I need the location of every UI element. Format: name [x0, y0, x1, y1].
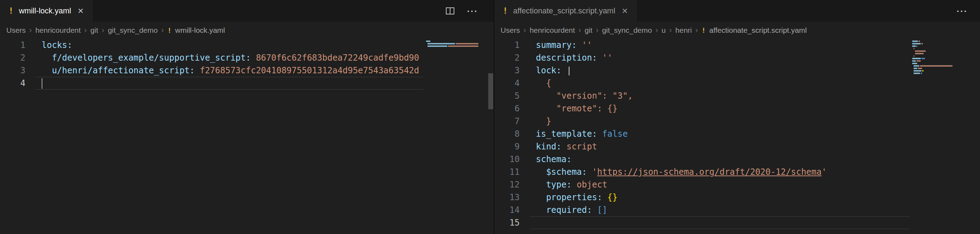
line-content: schema: — [536, 153, 571, 166]
breadcrumb-item[interactable]: henricourdent — [35, 26, 81, 35]
breadcrumb[interactable]: Users›henricourdent›git›git_sync_demo›u›… — [494, 22, 980, 39]
yaml-file-icon: ! — [8, 6, 13, 16]
line-content: properties: {} — [536, 191, 617, 204]
line-content: f/developers_example/supportive_script: … — [41, 51, 419, 64]
minimap-line — [912, 55, 966, 57]
line-number: 5 — [494, 90, 520, 102]
editor-pane-left: ! wmill-lock.yaml × ⋯ Users›henricourden… — [0, 0, 494, 234]
breadcrumb-item[interactable]: git_sync_demo — [602, 26, 652, 35]
close-tab-icon[interactable]: × — [78, 6, 83, 16]
minimap-line — [912, 51, 966, 52]
minimap-line — [912, 53, 966, 54]
code-line[interactable]: 14 required: [] — [494, 204, 980, 217]
code-line[interactable]: 3 u/henri/affectionate_script: f2768573c… — [0, 64, 494, 77]
line-number: 9 — [494, 140, 520, 153]
minimap-line — [912, 58, 966, 59]
minimap-line — [912, 63, 966, 64]
minimap[interactable] — [912, 39, 966, 77]
breadcrumb-item[interactable]: Users — [501, 26, 520, 35]
line-number: 4 — [494, 77, 520, 90]
minimap-line — [912, 73, 966, 74]
minimap-line — [912, 60, 966, 62]
minimap-line — [426, 43, 480, 44]
breadcrumb-item[interactable]: Users — [6, 26, 26, 35]
code-line[interactable]: 12 type: object — [494, 178, 980, 191]
editor-left[interactable]: 1locks:2 f/developers_example/supportive… — [0, 39, 494, 234]
minimap-line — [912, 41, 966, 42]
code-line[interactable]: 9kind: script — [494, 140, 980, 153]
breadcrumb-item[interactable]: henri — [675, 26, 692, 35]
line-number: 13 — [494, 191, 520, 204]
code-line[interactable]: 1locks: — [0, 39, 494, 51]
breadcrumb-item[interactable]: git_sync_demo — [108, 26, 158, 35]
breadcrumb-file[interactable]: affectionate_script.script.yaml — [709, 26, 807, 35]
breadcrumb-chevron-icon: › — [579, 26, 581, 35]
line-number: 15 — [494, 217, 520, 229]
code-line[interactable]: 5 "version": "3", — [494, 90, 980, 102]
line-content: lock: | — [536, 64, 571, 77]
editor-right[interactable]: 1summary: ''2description: ''3lock: |4 {5… — [494, 39, 980, 234]
line-content: summary: '' — [536, 39, 592, 51]
line-number: 3 — [0, 64, 25, 77]
split-editor-glyph — [446, 7, 454, 14]
minimap-line — [912, 48, 966, 49]
breadcrumb-item[interactable]: git — [91, 26, 98, 35]
code-line[interactable]: 4 { — [494, 77, 980, 90]
yaml-file-icon: ! — [167, 26, 172, 35]
tab-bar-actions: ⋯ — [956, 0, 980, 22]
minimap-line — [912, 70, 966, 71]
more-actions-icon[interactable]: ⋯ — [956, 5, 967, 17]
line-number: 2 — [494, 51, 520, 64]
code-line[interactable]: 8is_template: false — [494, 128, 980, 140]
breadcrumb-chevron-icon: › — [596, 26, 598, 35]
line-content: locks: — [41, 39, 72, 51]
code-line[interactable]: 6 "remote": {} — [494, 102, 980, 115]
close-tab-icon[interactable]: × — [622, 6, 628, 16]
split-editor-icon[interactable] — [446, 7, 454, 14]
line-content: "version": "3", — [536, 90, 633, 102]
code-line[interactable]: 3lock: | — [494, 64, 980, 77]
code-line[interactable]: 4 — [0, 77, 494, 90]
code-line[interactable]: 15 — [494, 217, 980, 229]
breadcrumb-item[interactable]: git — [585, 26, 592, 35]
vertical-scrollbar[interactable] — [488, 73, 493, 109]
minimap-line — [426, 48, 480, 49]
tab-bar-actions: ⋯ — [446, 0, 494, 22]
line-number: 11 — [494, 166, 520, 178]
code-line[interactable]: 7 } — [494, 115, 980, 128]
line-content: "remote": {} — [536, 102, 617, 115]
code-line[interactable]: 10schema: — [494, 153, 980, 166]
breadcrumb-file[interactable]: wmill-lock.yaml — [175, 26, 225, 35]
code-line[interactable]: 13 properties: {} — [494, 191, 980, 204]
line-content: description: '' — [536, 51, 612, 64]
line-content: $schema: 'https://json-schema.org/draft/… — [536, 166, 827, 178]
tab-bar-right: ! affectionate_script.script.yaml × ⋯ — [494, 0, 980, 22]
code-line[interactable]: 11 $schema: 'https://json-schema.org/dra… — [494, 166, 980, 178]
editor-pane-right: ! affectionate_script.script.yaml × ⋯ Us… — [494, 0, 980, 234]
minimap[interactable] — [426, 39, 480, 51]
line-number: 7 — [494, 115, 520, 128]
minimap-line — [912, 68, 966, 69]
breadcrumb-item[interactable]: u — [662, 26, 666, 35]
code-line[interactable]: 2description: '' — [494, 51, 980, 64]
tab-affectionate-script[interactable]: ! affectionate_script.script.yaml × — [494, 0, 636, 22]
breadcrumb-item[interactable]: henricourdent — [530, 26, 575, 35]
line-number: 4 — [0, 77, 25, 90]
breadcrumb-chevron-icon: › — [84, 26, 87, 35]
tab-wmill-lock[interactable]: ! wmill-lock.yaml × — [0, 0, 92, 22]
line-number: 2 — [0, 51, 25, 64]
code-line[interactable]: 2 f/developers_example/supportive_script… — [0, 51, 494, 64]
breadcrumb[interactable]: Users›henricourdent›git›git_sync_demo›!w… — [0, 22, 494, 39]
line-number: 14 — [494, 204, 520, 217]
more-actions-icon[interactable]: ⋯ — [466, 5, 478, 17]
yaml-file-icon: ! — [503, 6, 508, 16]
breadcrumb-chevron-icon: › — [695, 26, 698, 35]
code-line[interactable]: 1summary: '' — [494, 39, 980, 51]
line-content: required: [] — [536, 204, 607, 217]
breadcrumb-chevron-icon: › — [655, 26, 658, 35]
line-content: is_template: false — [536, 128, 628, 140]
editor-window: ! wmill-lock.yaml × ⋯ Users›henricourden… — [0, 0, 980, 234]
line-number: 1 — [494, 39, 520, 51]
line-number: 10 — [494, 153, 520, 166]
yaml-file-icon: ! — [702, 26, 706, 35]
